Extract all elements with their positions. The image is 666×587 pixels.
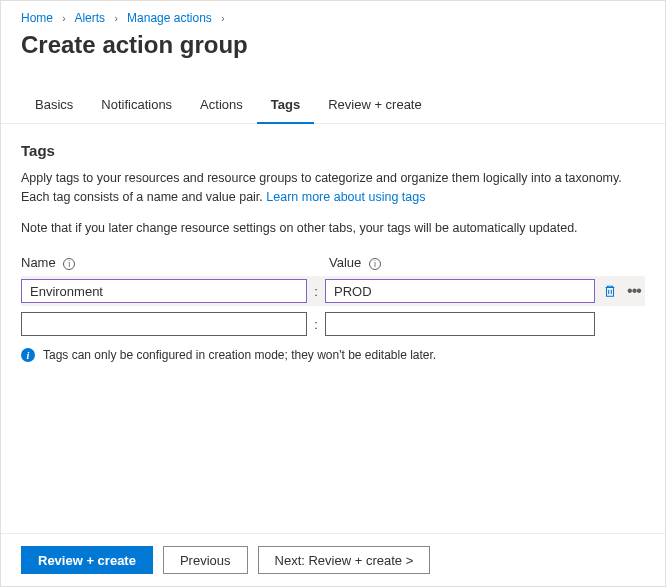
delete-tag-button[interactable] (599, 280, 621, 302)
previous-button[interactable]: Previous (163, 546, 248, 574)
tag-name-input[interactable] (21, 279, 307, 303)
chevron-right-icon: › (221, 13, 224, 24)
info-text: Tags can only be configured in creation … (43, 348, 436, 362)
chevron-right-icon: › (114, 13, 117, 24)
more-actions-button[interactable]: ••• (623, 280, 645, 302)
info-banner: i Tags can only be configured in creatio… (21, 348, 645, 362)
value-header-label: Value (329, 255, 361, 270)
section-title: Tags (21, 142, 645, 159)
breadcrumb: Home › Alerts › Manage actions › (1, 1, 665, 29)
chevron-right-icon: › (62, 13, 65, 24)
tags-table: Name i Value i : ••• (21, 255, 645, 336)
name-header: Name i (21, 255, 311, 270)
colon-separator: : (307, 284, 325, 299)
breadcrumb-alerts[interactable]: Alerts (74, 11, 105, 25)
colon-separator: : (307, 317, 325, 332)
learn-more-link[interactable]: Learn more about using tags (266, 190, 425, 204)
breadcrumb-home[interactable]: Home (21, 11, 53, 25)
tabs: Basics Notifications Actions Tags Review… (1, 75, 665, 124)
table-headers: Name i Value i (21, 255, 645, 270)
review-create-button[interactable]: Review + create (21, 546, 153, 574)
tag-name-input[interactable] (21, 312, 307, 336)
trash-icon (603, 284, 617, 298)
name-header-label: Name (21, 255, 56, 270)
tab-notifications[interactable]: Notifications (87, 89, 186, 124)
breadcrumb-manage-actions[interactable]: Manage actions (127, 11, 212, 25)
value-header: Value i (329, 255, 645, 270)
footer: Review + create Previous Next: Review + … (1, 533, 665, 586)
tag-value-input[interactable] (325, 312, 595, 336)
next-button[interactable]: Next: Review + create > (258, 546, 431, 574)
section-note: Note that if you later change resource s… (21, 219, 645, 238)
tab-tags[interactable]: Tags (257, 89, 314, 124)
tab-basics[interactable]: Basics (21, 89, 87, 124)
table-row: : ••• (21, 276, 645, 306)
tab-actions[interactable]: Actions (186, 89, 257, 124)
tab-review[interactable]: Review + create (314, 89, 436, 124)
section-description: Apply tags to your resources and resourc… (21, 169, 645, 207)
page-title: Create action group (1, 31, 665, 75)
info-icon: i (21, 348, 35, 362)
info-icon[interactable]: i (369, 258, 381, 270)
tag-value-input[interactable] (325, 279, 595, 303)
content: Tags Apply tags to your resources and re… (1, 124, 665, 380)
ellipsis-icon: ••• (627, 286, 641, 296)
info-icon[interactable]: i (63, 258, 75, 270)
table-row: : (21, 312, 645, 336)
